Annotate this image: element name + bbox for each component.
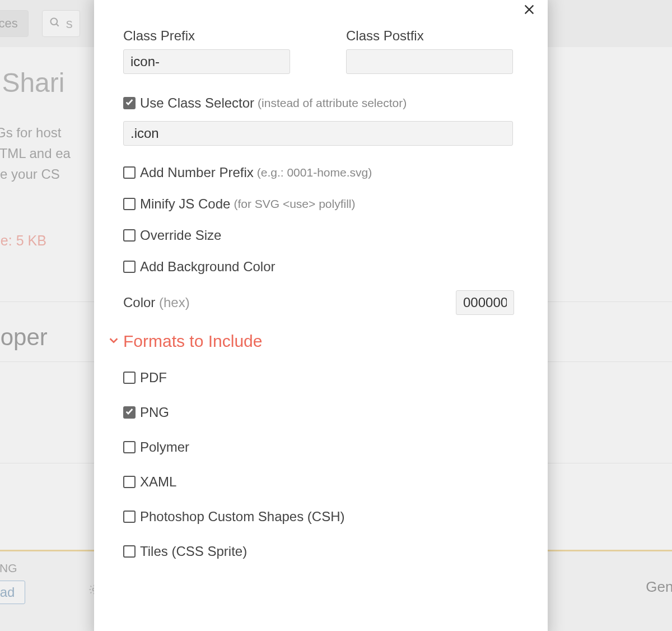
add-bg-color-label: Add Background Color [140, 259, 275, 275]
format-pdf-checkbox[interactable] [123, 372, 136, 384]
override-size-checkbox[interactable] [123, 229, 136, 242]
formats-list: PDF PNG Polymer XAML Photoshop Custom Sh… [123, 370, 514, 559]
use-class-selector-label: Use Class Selector [140, 95, 254, 111]
class-prefix-input[interactable] [123, 49, 290, 74]
color-hex-input[interactable] [456, 290, 514, 315]
format-png-label: PNG [140, 405, 169, 420]
format-xaml-label: XAML [140, 474, 176, 490]
add-number-prefix-hint: (e.g.: 0001-home.svg) [257, 166, 372, 179]
class-prefix-label: Class Prefix [123, 28, 290, 44]
minify-js-hint: (for SVG <use> polyfill) [234, 197, 355, 211]
check-icon [125, 407, 134, 418]
use-class-selector-hint: (instead of attribute selector) [258, 96, 407, 110]
format-xaml-checkbox[interactable] [123, 476, 136, 488]
formats-section-toggle[interactable]: Formats to Include [108, 332, 514, 351]
chevron-down-icon [108, 334, 120, 349]
format-csh-checkbox[interactable] [123, 511, 136, 523]
check-icon [125, 98, 134, 109]
override-size-label: Override Size [140, 228, 221, 243]
minify-js-checkbox[interactable] [123, 198, 136, 210]
format-tiles-checkbox[interactable] [123, 545, 136, 558]
add-number-prefix-label: Add Number Prefix [140, 165, 254, 180]
use-class-selector-checkbox[interactable] [123, 97, 136, 109]
class-postfix-input[interactable] [346, 49, 513, 74]
class-postfix-label: Class Postfix [346, 28, 513, 44]
formats-section-title: Formats to Include [123, 332, 262, 351]
format-png-checkbox[interactable] [123, 406, 136, 419]
color-label: Color [123, 295, 155, 310]
format-pdf-label: PDF [140, 370, 167, 386]
preferences-modal: Class Prefix Class Postfix Use Class Sel… [94, 0, 548, 631]
add-bg-color-checkbox[interactable] [123, 261, 136, 273]
format-polymer-label: Polymer [140, 439, 189, 455]
class-selector-input[interactable] [123, 121, 513, 146]
minify-js-label: Minify JS Code [140, 196, 230, 212]
format-polymer-checkbox[interactable] [123, 441, 136, 453]
format-csh-label: Photoshop Custom Shapes (CSH) [140, 509, 345, 525]
format-tiles-label: Tiles (CSS Sprite) [140, 544, 247, 559]
add-number-prefix-checkbox[interactable] [123, 166, 136, 179]
color-hint: (hex) [159, 295, 190, 310]
